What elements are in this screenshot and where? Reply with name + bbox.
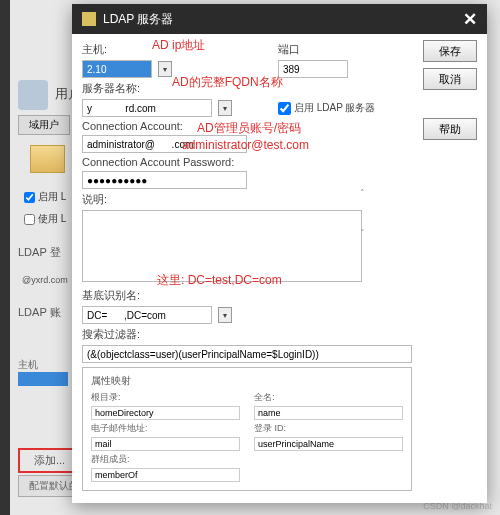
enable-checkbox[interactable]: 启用 L — [24, 190, 66, 204]
loginid-label: 登录 ID: — [254, 422, 403, 435]
base-dn-input[interactable] — [82, 306, 212, 324]
conn-account-label: Connection Account: — [82, 120, 183, 132]
port-label: 端口 — [278, 42, 300, 57]
tab-domain-user[interactable]: 域用户 — [18, 115, 70, 135]
server-name-input[interactable] — [82, 99, 212, 117]
filter-input[interactable] — [82, 345, 412, 363]
email-input[interactable] — [91, 437, 240, 451]
base-dn-label: 基底识别名: — [82, 288, 140, 303]
enable-ldap-checkbox[interactable]: 启用 LDAP 服务器 — [278, 101, 376, 115]
ldap-label: LDAP 登 — [18, 245, 61, 260]
close-icon[interactable]: ✕ — [463, 9, 477, 30]
dialog-icon — [82, 12, 96, 26]
user-icon — [18, 80, 48, 110]
save-button[interactable]: 保存 — [423, 40, 477, 62]
host-label: 主机: — [82, 42, 142, 57]
scroll-down-icon[interactable]: ˅ — [360, 228, 365, 238]
loginid-input[interactable] — [254, 437, 403, 451]
cancel-button[interactable]: 取消 — [423, 68, 477, 90]
ldap-acct-label: LDAP 账 — [18, 305, 61, 320]
scroll-up-icon[interactable]: ˄ — [360, 188, 365, 198]
server-dropdown-icon[interactable]: ▾ — [218, 100, 232, 116]
fullname-input[interactable] — [254, 406, 403, 420]
attr-title: 属性映射 — [91, 374, 403, 388]
basedn-dropdown-icon[interactable]: ▾ — [218, 307, 232, 323]
conn-password-input[interactable] — [82, 171, 247, 189]
dialog-title: LDAP 服务器 — [103, 11, 173, 28]
root-input[interactable] — [91, 406, 240, 420]
email-label: 电子邮件地址: — [91, 422, 240, 435]
use-checkbox[interactable]: 使用 L — [24, 212, 66, 226]
desc-textarea[interactable] — [82, 210, 362, 282]
ldap-server-dialog: LDAP 服务器 ✕ 保存 取消 帮助 主机: 端口 ▾ 服务器名称: ▾ 启用… — [72, 4, 487, 503]
root-label: 根目录: — [91, 391, 240, 404]
port-input[interactable] — [278, 60, 348, 78]
fullname-label: 全名: — [254, 391, 403, 404]
group-label: 群组成员: — [91, 453, 240, 466]
help-button[interactable]: 帮助 — [423, 118, 477, 140]
stack-icon — [30, 145, 65, 173]
desc-label: 说明: — [82, 192, 107, 207]
attr-mapping-fieldset: 属性映射 根目录: 全名: 电子邮件地址: 登录 ID: 群组成员: — [82, 367, 412, 491]
group-input[interactable] — [91, 468, 240, 482]
conn-account-input[interactable] — [82, 135, 247, 153]
server-name-label: 服务器名称: — [82, 81, 140, 96]
filter-label: 搜索过滤器: — [82, 327, 140, 342]
host-input[interactable] — [82, 60, 152, 78]
host-column: 主机 — [18, 358, 38, 372]
host-row[interactable] — [18, 372, 68, 386]
yxrd-text: @yxrd.com — [22, 275, 68, 285]
conn-password-label: Connection Account Password: — [82, 156, 234, 168]
host-dropdown-icon[interactable]: ▾ — [158, 61, 172, 77]
